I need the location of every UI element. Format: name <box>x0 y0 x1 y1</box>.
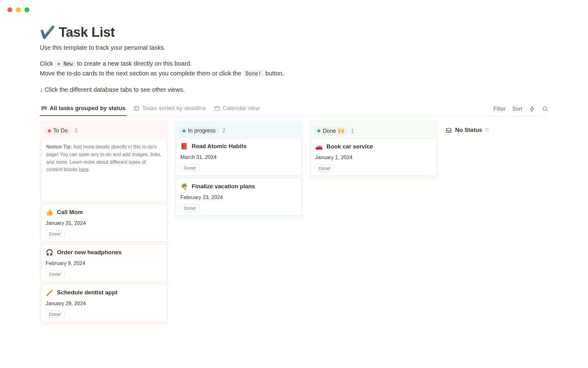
status-dot-icon <box>317 129 320 132</box>
status-pill-progress[interactable]: In progress <box>179 127 219 135</box>
instructions-text: Click <box>40 60 53 67</box>
card-title: Call Mom <box>57 209 83 216</box>
page-subtitle: Use this template to track your personal… <box>40 44 548 51</box>
instructions-text: Move the to-do cards to the next section… <box>40 70 241 77</box>
views-hint: ↓ Click the different database tabs to s… <box>40 86 548 93</box>
done-button[interactable]: Done! <box>46 230 65 238</box>
done-button-code: Done! <box>243 70 264 77</box>
svg-line-11 <box>546 110 547 111</box>
notion-tip-card[interactable]: Notion Tip: Add more details directly in… <box>41 138 167 201</box>
filter-button[interactable]: Filter <box>493 106 506 112</box>
card-title: Read Atomic Habits <box>192 143 247 150</box>
card-emoji-icon: 📕 <box>180 143 188 150</box>
svg-rect-1 <box>43 106 44 109</box>
tab-label: Tasks sorted by deadline <box>142 105 206 112</box>
status-dot-icon <box>48 129 51 132</box>
instructions-text: button. <box>265 70 284 77</box>
column-header: Done 🙌 1 <box>309 122 438 138</box>
tab-deadline[interactable]: Tasks sorted by deadline <box>132 102 207 116</box>
task-card[interactable]: 🌴 Finalize vacation plans February 23, 2… <box>176 178 302 216</box>
svg-rect-0 <box>42 106 43 110</box>
card-title: Schedule dentist appt <box>57 289 117 296</box>
bolt-icon <box>529 106 535 112</box>
column-done: Done 🙌 1 🚗 Book car service January 1, 2… <box>309 121 438 180</box>
svg-point-10 <box>543 107 547 110</box>
kanban-board: To Do 3 Notion Tip: Add more details dir… <box>40 121 548 326</box>
task-card[interactable]: 🎧 Order new headphones February 9, 2024 … <box>41 244 167 282</box>
task-card[interactable]: 👍 Call Mom January 31, 2024 Done! <box>41 204 167 242</box>
status-pill-todo[interactable]: To Do <box>44 127 71 135</box>
page-header: ✔️ Task List Use this template to track … <box>40 25 548 51</box>
status-label: Done 🙌 <box>323 128 344 134</box>
done-button[interactable]: Done! <box>46 310 65 318</box>
done-button[interactable]: Done! <box>46 270 65 278</box>
search-button[interactable] <box>542 106 548 112</box>
status-pill-done[interactable]: Done 🙌 <box>314 127 348 135</box>
tab-label: All tasks grouped by status <box>50 105 126 112</box>
tip-here-link[interactable]: here <box>79 167 89 172</box>
card-date: February 23, 2024 <box>180 194 297 201</box>
page-emoji-icon[interactable]: ✔️ <box>40 26 55 38</box>
column-count: 2 <box>222 128 225 134</box>
card-emoji-icon: 🚗 <box>315 143 323 150</box>
table-icon <box>134 105 140 111</box>
column-in-progress: In progress 2 📕 Read Atomic Habits March… <box>175 121 303 220</box>
calendar-icon <box>214 105 220 111</box>
search-icon <box>542 106 548 112</box>
card-date: January 1, 2024 <box>315 155 432 161</box>
column-header: No Status 0 <box>444 122 536 136</box>
task-card[interactable]: 🪥 Schedule dentist appt January 29, 2024… <box>41 284 167 322</box>
column-todo: To Do 3 Notion Tip: Add more details dir… <box>40 121 168 326</box>
status-dot-icon <box>183 129 186 132</box>
column-count: 3 <box>74 128 77 134</box>
svg-rect-2 <box>45 106 46 109</box>
page-instructions: Click + New to create a new task directl… <box>40 59 548 78</box>
svg-rect-3 <box>134 106 139 110</box>
database-actions: Filter Sort <box>493 106 548 112</box>
new-button-code: + New <box>55 60 75 67</box>
task-card[interactable]: 🚗 Book car service January 1, 2024 Done! <box>311 138 437 176</box>
tab-label: Calendar view <box>223 105 259 112</box>
window-traffic-lights <box>7 7 29 12</box>
automation-button[interactable] <box>529 106 535 112</box>
card-title: Finalize vacation plans <box>192 183 255 190</box>
card-emoji-icon: 🪥 <box>46 289 53 296</box>
card-emoji-icon: 🎧 <box>46 249 53 256</box>
status-label: To Do <box>53 128 68 134</box>
tab-calendar[interactable]: Calendar view <box>213 102 261 116</box>
done-button[interactable]: Done! <box>180 164 199 172</box>
tab-all-tasks[interactable]: All tasks grouped by status <box>40 102 127 116</box>
column-count: 1 <box>351 128 354 134</box>
minimize-window-icon[interactable] <box>16 7 21 12</box>
inbox-icon <box>445 127 452 133</box>
done-button[interactable]: Done! <box>180 204 199 212</box>
column-header: To Do 3 <box>40 122 168 138</box>
page-title: Task List <box>59 25 115 40</box>
column-no-status: No Status 0 <box>444 121 536 140</box>
task-card[interactable]: 📕 Read Atomic Habits March 31, 2024 Done… <box>176 138 302 176</box>
done-button[interactable]: Done! <box>315 164 334 172</box>
column-header: In progress 2 <box>175 122 303 138</box>
svg-rect-6 <box>215 106 220 110</box>
fullscreen-window-icon[interactable] <box>24 7 29 12</box>
close-window-icon[interactable] <box>7 7 12 12</box>
instructions-text: to create a new task directly on this bo… <box>77 60 192 67</box>
tip-label: Notion Tip: <box>46 144 72 149</box>
card-title: Order new headphones <box>57 249 122 256</box>
tip-period: . <box>89 167 90 172</box>
sort-button[interactable]: Sort <box>512 106 522 112</box>
card-emoji-icon: 🌴 <box>180 183 188 190</box>
card-title: Book car service <box>326 143 373 150</box>
status-label: In progress <box>188 128 216 134</box>
card-date: January 29, 2024 <box>46 301 163 307</box>
board-icon <box>41 105 47 111</box>
status-label: No Status <box>455 127 482 133</box>
database-tabs-bar: All tasks grouped by status Tasks sorted… <box>40 102 548 116</box>
card-emoji-icon: 👍 <box>46 209 53 216</box>
card-date: February 9, 2024 <box>46 260 163 266</box>
card-date: January 31, 2024 <box>46 220 163 226</box>
column-count: 0 <box>485 127 488 133</box>
card-date: March 31, 2024 <box>180 154 297 160</box>
